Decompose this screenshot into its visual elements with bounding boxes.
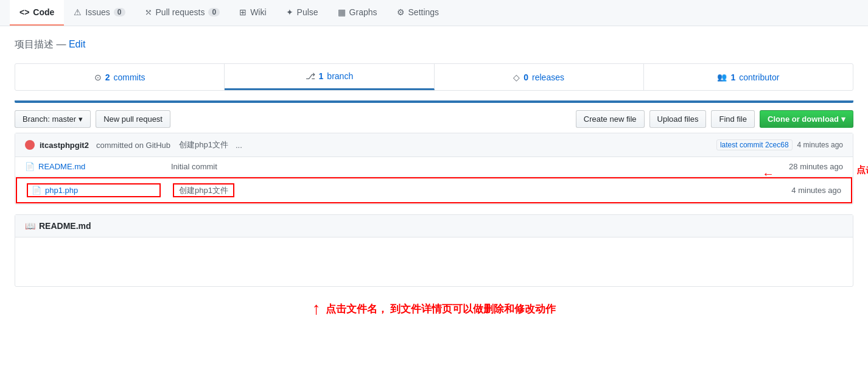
project-desc-text: 项目描述 —	[15, 39, 69, 49]
tab-pulse[interactable]: ✦ Pulse	[276, 0, 328, 26]
php1-filename: php1.php	[45, 186, 78, 195]
branch-label: branch	[327, 71, 353, 81]
code-icon: <>	[19, 7, 29, 17]
find-file-button[interactable]: Find file	[711, 110, 755, 128]
new-pull-request-label: New pull request	[103, 114, 163, 124]
commits-label: commits	[113, 72, 145, 82]
commits-stat[interactable]: ⊙ 2 commits	[15, 64, 225, 90]
stats-bar: ⊙ 2 commits ⎇ 1 branch ◇ 0 releases 👥 1 …	[15, 63, 853, 91]
create-new-file-button[interactable]: Create new file	[576, 110, 645, 128]
branch-count: 1	[319, 71, 324, 81]
clone-caret-icon: ▾	[841, 114, 845, 124]
contributors-stat[interactable]: 👥 1 contributor	[644, 64, 853, 90]
pr-icon: ⤲	[145, 7, 152, 17]
bottom-annotation: ↑ 点击文件名， 到文件详情页可以做删除和修改动作	[15, 287, 853, 331]
releases-label: releases	[532, 72, 564, 82]
releases-icon: ◇	[513, 72, 520, 82]
file-row-readme: 📄 README.md Initial commit 28 minutes ag…	[15, 157, 853, 177]
tab-issues[interactable]: ⚠ Issues 0	[64, 0, 135, 26]
create-new-file-label: Create new file	[584, 114, 637, 124]
project-description: 项目描述 — Edit	[15, 38, 853, 51]
branch-caret-icon: ▾	[79, 114, 83, 124]
commits-count: 2	[105, 72, 110, 82]
tab-wiki[interactable]: ⊞ Wiki	[229, 0, 276, 26]
file-table: itcastphpgit2 committed on GitHub 创建php1…	[15, 133, 853, 205]
tab-bar: <> Code ⚠ Issues 0 ⤲ Pull requests 0 ⊞ W…	[0, 0, 868, 26]
readme-header-label: README.md	[39, 221, 91, 231]
tab-graphs[interactable]: ▦ Graphs	[328, 0, 387, 26]
readme-content	[15, 237, 853, 286]
commits-icon: ⊙	[94, 72, 102, 82]
commit-message: 创建php1文件	[179, 139, 228, 150]
php1-commit-msg: 创建php1文件	[173, 183, 234, 197]
contributors-count: 1	[730, 72, 735, 82]
settings-icon: ⚙	[397, 7, 405, 17]
tab-code[interactable]: <> Code	[10, 0, 64, 26]
tab-pull-requests[interactable]: ⤲ Pull requests 0	[135, 0, 230, 26]
readme-time: 28 minutes ago	[789, 162, 843, 171]
divider	[15, 100, 853, 103]
wiki-icon: ⊞	[239, 7, 247, 17]
file-table-wrapper: itcastphpgit2 committed on GitHub 创建php1…	[15, 133, 853, 205]
file-icon-readme: 📄	[25, 162, 35, 171]
file-name-readme[interactable]: 📄 README.md	[25, 162, 159, 171]
file-row-php1: 📄 php1.php 创建php1文件 4 minutes ago	[16, 177, 852, 203]
edit-description-link[interactable]: Edit	[69, 39, 86, 49]
avatar	[25, 140, 35, 150]
branch-selector[interactable]: Branch: master ▾	[15, 110, 91, 128]
main-content: 项目描述 — Edit ⊙ 2 commits ⎇ 1 branch ◇ 0 r…	[0, 26, 868, 343]
bottom-arrow-icon: ↑	[312, 299, 321, 318]
php1-time: 4 minutes ago	[791, 186, 841, 195]
readme-book-icon: 📖	[25, 221, 35, 231]
readme-section: 📖 README.md	[15, 214, 853, 287]
bottom-annotation-text: 点击文件名， 到文件详情页可以做删除和修改动作	[326, 302, 556, 316]
clone-or-download-button[interactable]: Clone or download ▾	[760, 110, 853, 128]
commit-ellipsis: ...	[236, 141, 242, 150]
releases-count: 0	[523, 72, 528, 82]
commit-right: latest commit 2cec68 4 minutes ago	[716, 139, 843, 150]
graphs-icon: ▦	[338, 7, 346, 17]
tab-wiki-label: Wiki	[250, 7, 266, 17]
contributors-icon: 👥	[717, 72, 727, 82]
php1-commit-wrapper: 创建php1文件	[173, 185, 791, 196]
upload-files-button[interactable]: Upload files	[649, 110, 707, 128]
pulse-icon: ✦	[286, 7, 293, 17]
commit-time: 4 minutes ago	[797, 141, 843, 149]
toolbar-right: Create new file Upload files Find file C…	[576, 110, 853, 128]
tab-pr-label: Pull requests	[156, 7, 205, 17]
branch-stat[interactable]: ⎇ 1 branch	[225, 64, 434, 90]
annotation-commit-details: 点击描述可以查看该文件提交详细信息	[856, 164, 868, 176]
issues-badge: 0	[114, 8, 125, 16]
file-name-php1[interactable]: 📄 php1.php	[27, 183, 161, 197]
readme-section-header: 📖 README.md	[15, 215, 853, 237]
readme-filename: README.md	[38, 162, 85, 171]
commit-action: committed on GitHub	[96, 141, 170, 150]
find-file-label: Find file	[719, 114, 747, 124]
annotation-arrow-1: ←	[762, 167, 774, 181]
tab-graphs-label: Graphs	[349, 7, 377, 17]
commit-author: itcastphpgit2	[40, 141, 89, 150]
contributors-label: contributor	[739, 72, 779, 82]
toolbar-left: Branch: master ▾ New pull request	[15, 110, 170, 128]
branch-label-text: Branch: master	[23, 114, 76, 124]
tab-issues-label: Issues	[85, 7, 110, 17]
releases-stat[interactable]: ◇ 0 releases	[435, 64, 644, 90]
commit-hash-link[interactable]: latest commit 2cec68	[716, 139, 793, 150]
commit-header: itcastphpgit2 committed on GitHub 创建php1…	[15, 133, 853, 157]
tab-pulse-label: Pulse	[297, 7, 318, 17]
clone-or-download-label: Clone or download	[768, 114, 839, 124]
upload-files-label: Upload files	[657, 114, 699, 124]
readme-commit-msg: Initial commit	[171, 162, 789, 171]
pr-badge: 0	[208, 8, 220, 16]
tab-code-label: Code	[33, 7, 54, 17]
toolbar: Branch: master ▾ New pull request Create…	[15, 110, 853, 128]
tab-settings[interactable]: ⚙ Settings	[387, 0, 449, 26]
tab-settings-label: Settings	[408, 7, 439, 17]
branch-icon: ⎇	[306, 71, 315, 81]
new-pull-request-button[interactable]: New pull request	[96, 110, 170, 128]
file-icon-php1: 📄	[32, 186, 41, 195]
issues-icon: ⚠	[74, 7, 82, 17]
